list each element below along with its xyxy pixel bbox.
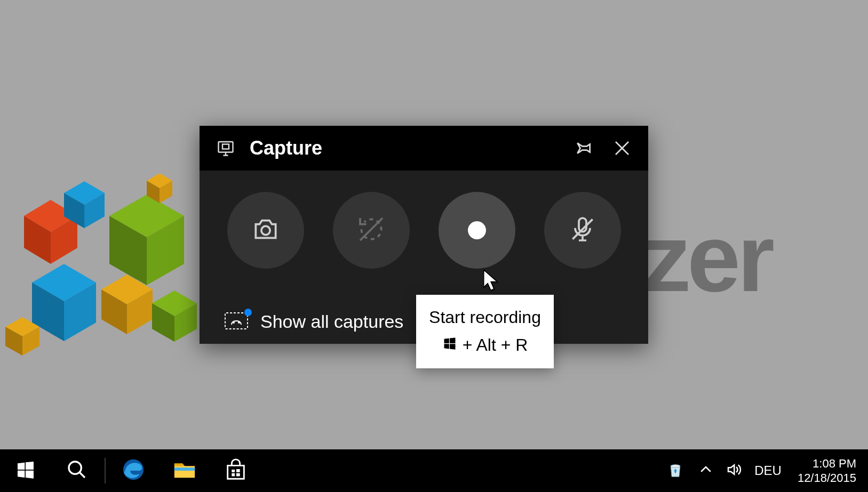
show-all-captures-link[interactable]: Show all captures	[224, 311, 403, 332]
camera-icon	[251, 214, 281, 246]
svg-point-32	[238, 321, 240, 324]
record-last-disabled-icon	[356, 214, 386, 246]
start-recording-tooltip: Start recording + Alt + R	[416, 295, 554, 368]
svg-rect-39	[236, 473, 240, 477]
svg-rect-35	[174, 467, 195, 471]
edge-icon	[121, 457, 146, 484]
record-icon	[468, 221, 486, 239]
svg-rect-24	[219, 142, 233, 152]
microphone-off-icon	[568, 214, 598, 246]
tooltip-shortcut: + Alt + R	[429, 332, 541, 358]
svg-point-33	[69, 462, 81, 474]
microphone-mute-button[interactable]	[544, 192, 621, 269]
svg-rect-25	[222, 144, 229, 149]
tray-ime-indicator[interactable]: DEU	[749, 449, 787, 492]
capture-widget-icon	[211, 134, 240, 163]
taskbar-edge-app[interactable]	[108, 449, 159, 492]
search-button[interactable]	[51, 449, 102, 492]
file-explorer-icon	[172, 457, 197, 484]
record-last-button[interactable]	[333, 192, 410, 269]
desktop-cubes-illustration	[3, 168, 216, 360]
store-icon	[224, 457, 248, 484]
search-icon	[66, 459, 87, 482]
capture-widget-header: Capture	[200, 126, 648, 171]
start-button[interactable]	[0, 449, 51, 492]
tray-volume[interactable]	[721, 458, 746, 483]
clock-date: 12/18/2015	[798, 471, 856, 486]
svg-point-26	[261, 226, 269, 235]
svg-line-27	[360, 218, 383, 240]
mouse-cursor-icon	[483, 269, 499, 293]
chevron-up-icon	[698, 462, 714, 480]
taskbar: DEU 1:08 PM 12/18/2015	[0, 449, 868, 492]
tray-show-hidden-icons[interactable]	[694, 458, 718, 483]
captures-icon	[224, 312, 249, 332]
tray-recycle-bin[interactable]	[660, 456, 690, 486]
capture-widget-body	[200, 171, 648, 269]
tooltip-title: Start recording	[429, 304, 541, 330]
svg-rect-38	[232, 473, 235, 477]
svg-point-40	[671, 465, 680, 467]
svg-rect-37	[236, 469, 240, 472]
windows-logo-icon	[15, 459, 36, 482]
taskbar-file-explorer-app[interactable]	[159, 449, 210, 492]
svg-rect-36	[232, 470, 235, 472]
notification-dot-icon	[244, 309, 252, 316]
taskbar-store-app[interactable]	[210, 449, 261, 492]
capture-widget-title: Capture	[250, 137, 560, 159]
ime-label: DEU	[754, 463, 782, 478]
screenshot-button[interactable]	[227, 192, 304, 269]
speaker-icon	[726, 462, 742, 480]
show-all-captures-label: Show all captures	[260, 311, 403, 332]
windows-key-icon	[442, 332, 457, 358]
close-button[interactable]	[608, 134, 636, 163]
start-recording-button[interactable]	[439, 192, 515, 269]
pin-button[interactable]	[569, 134, 598, 163]
clock-time: 1:08 PM	[798, 456, 856, 471]
tray-clock[interactable]: 1:08 PM 12/18/2015	[790, 456, 864, 486]
svg-point-31	[233, 321, 235, 324]
tooltip-shortcut-text: + Alt + R	[463, 332, 528, 358]
taskbar-separator	[105, 458, 106, 483]
